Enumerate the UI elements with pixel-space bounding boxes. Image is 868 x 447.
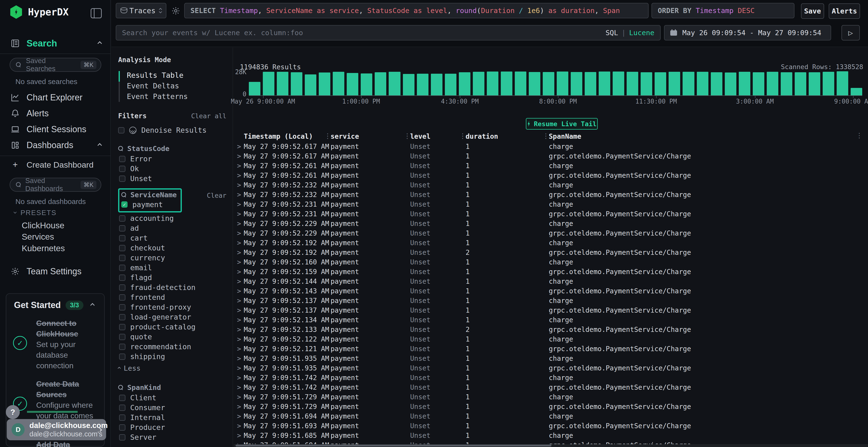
saved-searches-input[interactable]: Saved Searches ⌘K: [10, 58, 101, 72]
checkbox[interactable]: [119, 334, 125, 340]
service-option-fraud-detection[interactable]: fraud-detection: [119, 282, 226, 293]
table-row[interactable]: >May 27 9:09:52.192 AMpaymentUnset2grpc.…: [235, 248, 868, 257]
histogram-bar[interactable]: [249, 82, 260, 96]
spankind-option-client[interactable]: Client: [119, 393, 226, 403]
row-expand-chevron-icon[interactable]: >: [235, 403, 244, 411]
spankind-option-producer[interactable]: Producer: [119, 422, 226, 432]
row-expand-chevron-icon[interactable]: >: [235, 374, 244, 382]
spankind-group-header[interactable]: SpanKind: [118, 382, 226, 393]
histogram-bar[interactable]: [333, 72, 344, 95]
histogram-bar[interactable]: [417, 74, 429, 95]
horizontal-scrollbar[interactable]: [234, 444, 868, 447]
service-option-ad[interactable]: ad: [119, 223, 226, 233]
histogram-bar[interactable]: [571, 72, 582, 95]
service-option-currency[interactable]: currency: [119, 253, 226, 263]
table-row[interactable]: >May 27 9:09:52.143 AMpaymentUnset1grpc.…: [235, 286, 868, 296]
row-expand-chevron-icon[interactable]: >: [235, 393, 244, 401]
table-row[interactable]: >May 27 9:09:52.231 AMpaymentUnset1grpc.…: [235, 209, 868, 219]
denoise-checkbox[interactable]: [118, 127, 124, 133]
row-expand-chevron-icon[interactable]: >: [235, 335, 244, 343]
row-expand-chevron-icon[interactable]: >: [235, 152, 244, 160]
spankind-option-server[interactable]: Server: [119, 432, 226, 442]
live-play-button[interactable]: ▷: [841, 25, 860, 40]
sidebar-item-dashboards[interactable]: Dashboards: [0, 138, 111, 152]
row-expand-chevron-icon[interactable]: >: [235, 191, 244, 199]
lang-toggle-lucene[interactable]: Lucene: [629, 29, 654, 37]
payment-checkbox-checked[interactable]: ✓: [121, 201, 128, 208]
row-expand-chevron-icon[interactable]: >: [235, 248, 244, 256]
order-by-input[interactable]: ORDER BY Timestamp DESC: [651, 3, 795, 18]
histogram-bar[interactable]: [767, 72, 778, 95]
checkbox[interactable]: [119, 395, 125, 401]
checkbox[interactable]: [119, 344, 125, 350]
row-expand-chevron-icon[interactable]: >: [235, 316, 244, 324]
servicename-group-header[interactable]: ServiceName: [121, 190, 177, 200]
histogram-bar[interactable]: [823, 72, 834, 95]
table-row[interactable]: >May 27 9:09:52.229 AMpaymentUnset1charg…: [235, 219, 868, 228]
row-expand-chevron-icon[interactable]: >: [235, 325, 244, 334]
histogram-bar[interactable]: [850, 88, 862, 95]
sidebar-item-search[interactable]: Search: [0, 36, 111, 50]
row-expand-chevron-icon[interactable]: >: [235, 258, 244, 266]
table-row[interactable]: >May 27 9:09:51.729 AMpaymentUnset1grpc.…: [235, 402, 868, 411]
get-started-step-1[interactable]: ✓Connect to ClickHouseSet up your databa…: [6, 313, 104, 373]
checkbox[interactable]: [119, 215, 125, 221]
results-histogram[interactable]: 28K 0 May 26 9:00:00 AM1:00:00 PM4:30:00…: [249, 71, 862, 96]
service-option-cart[interactable]: cart: [119, 233, 226, 243]
service-option-frontend-proxy[interactable]: frontend-proxy: [119, 302, 226, 312]
table-row[interactable]: >May 27 9:09:51.742 AMpaymentUnset1grpc.…: [235, 382, 868, 392]
checkbox[interactable]: [119, 304, 125, 310]
table-row[interactable]: >May 27 9:09:51.935 AMpaymentUnset1charg…: [235, 353, 868, 363]
column-header-service[interactable]: service⋮: [331, 133, 410, 140]
chevron-up-icon[interactable]: [90, 303, 94, 307]
histogram-bar[interactable]: [697, 72, 708, 95]
table-row[interactable]: >May 27 9:09:52.137 AMpaymentUnset1grpc.…: [235, 305, 868, 315]
preset-clickhouse[interactable]: ClickHouse: [22, 220, 64, 230]
table-row[interactable]: >May 27 9:09:52.134 AMpaymentUnset1charg…: [235, 315, 868, 325]
histogram-bar[interactable]: [837, 71, 848, 95]
row-expand-chevron-icon[interactable]: >: [235, 239, 244, 247]
service-option-payment[interactable]: ✓ payment: [121, 200, 177, 209]
checkbox[interactable]: [119, 414, 125, 421]
service-option-flagd[interactable]: flagd: [119, 273, 226, 282]
row-expand-chevron-icon[interactable]: >: [235, 345, 244, 353]
histogram-bar[interactable]: [347, 73, 358, 95]
sidebar-collapse-icon[interactable]: [91, 8, 102, 18]
histogram-bar[interactable]: [641, 72, 652, 95]
checkbox[interactable]: [119, 434, 125, 441]
row-expand-chevron-icon[interactable]: >: [235, 422, 244, 430]
histogram-bar[interactable]: [529, 72, 540, 95]
histogram-bar[interactable]: [319, 72, 330, 95]
histogram-bar[interactable]: [487, 72, 498, 95]
histogram-bar[interactable]: [403, 74, 414, 95]
service-option-shipping[interactable]: shipping: [119, 352, 226, 362]
row-expand-chevron-icon[interactable]: >: [235, 210, 244, 218]
histogram-bar[interactable]: [795, 72, 806, 95]
histogram-bar[interactable]: [711, 72, 722, 95]
checkbox[interactable]: [119, 314, 125, 320]
service-option-product-catalog[interactable]: product-catalog: [119, 322, 226, 332]
row-expand-chevron-icon[interactable]: >: [235, 297, 244, 305]
service-option-load-generator[interactable]: load-generator: [119, 312, 226, 322]
table-row[interactable]: >May 27 9:09:52.232 AMpaymentUnset1grpc.…: [235, 190, 868, 199]
checkbox[interactable]: [119, 225, 125, 232]
table-row[interactable]: >May 27 9:09:52.144 AMpaymentUnset1charg…: [235, 276, 868, 286]
table-row[interactable]: >May 27 9:09:52.122 AMpaymentUnset1charg…: [235, 334, 868, 344]
table-row[interactable]: >May 27 9:09:52.133 AMpaymentUnset2grpc.…: [235, 325, 868, 334]
column-header-level[interactable]: level⋮: [410, 133, 466, 140]
sidebar-item-client-sessions[interactable]: Client Sessions: [0, 122, 111, 136]
table-row[interactable]: >May 27 9:09:52.121 AMpaymentUnset1grpc.…: [235, 344, 868, 353]
create-dashboard-button[interactable]: + Create Dashboard: [0, 159, 111, 171]
preset-services[interactable]: Services: [22, 232, 54, 242]
histogram-bar[interactable]: [725, 72, 736, 95]
service-option-email[interactable]: email: [119, 263, 226, 273]
table-row[interactable]: >May 27 9:09:52.261 AMpaymentUnset1charg…: [235, 161, 868, 171]
histogram-bar[interactable]: [445, 74, 457, 95]
checkbox[interactable]: [119, 405, 125, 411]
histogram-bar[interactable]: [473, 72, 485, 95]
row-expand-chevron-icon[interactable]: >: [235, 268, 244, 276]
column-handle-icon[interactable]: ⋮: [459, 132, 466, 140]
histogram-bar[interactable]: [431, 74, 442, 95]
scrollbar-thumb[interactable]: [236, 445, 551, 447]
row-expand-chevron-icon[interactable]: >: [235, 287, 244, 295]
